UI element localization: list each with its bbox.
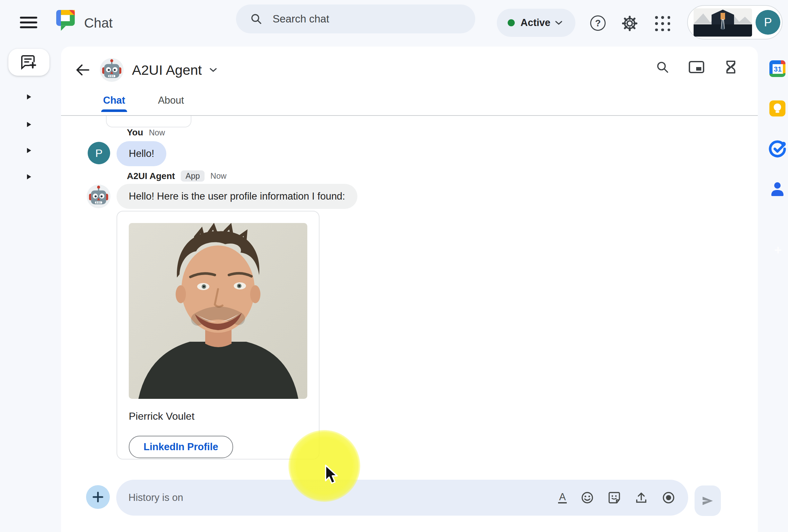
calendar-icon[interactable]: 31 xyxy=(769,60,786,77)
account-switcher[interactable]: P xyxy=(687,5,783,39)
message-bubble-user: Hello! xyxy=(117,141,166,166)
help-icon[interactable]: ? xyxy=(590,15,606,31)
svg-text:31: 31 xyxy=(774,65,782,73)
conversation-title: A2UI Agent xyxy=(132,62,202,78)
search-icon xyxy=(250,13,262,25)
integration-plus-button[interactable] xyxy=(86,485,110,509)
get-addons-plus-icon[interactable]: + xyxy=(773,245,784,255)
robot-avatar xyxy=(100,58,124,82)
conversation-header: A2UI Agent xyxy=(76,58,217,82)
google-chat-app: Chat Active ? xyxy=(0,0,788,532)
scrolled-previous-message xyxy=(106,116,191,127)
history-hourglass-icon[interactable] xyxy=(724,60,738,74)
conversation-panel: A2UI Agent Chat About xyxy=(61,46,758,532)
message-composer[interactable]: A xyxy=(116,480,688,516)
back-arrow-icon[interactable] xyxy=(76,64,90,76)
sticker-icon[interactable] xyxy=(608,491,621,504)
sender-name: A2UI Agent xyxy=(127,171,175,181)
composer-actions: A xyxy=(558,491,675,505)
profile-card: Pierrick Voulet LinkedIn Profile xyxy=(117,211,319,459)
status-label: Active xyxy=(520,17,550,28)
sender-name: You xyxy=(127,127,143,138)
search-input[interactable] xyxy=(272,13,453,25)
shortcut-expander-icon[interactable] xyxy=(27,94,31,100)
search-bar[interactable] xyxy=(236,4,475,33)
upload-icon[interactable] xyxy=(635,491,648,504)
profile-name: Pierrick Voulet xyxy=(129,410,307,422)
message-time: Now xyxy=(149,128,165,137)
message-bubble-agent: Hello! Here is the user profile informat… xyxy=(117,184,357,209)
app-badge: App xyxy=(181,170,204,182)
keep-icon[interactable] xyxy=(769,100,786,117)
contacts-icon[interactable] xyxy=(769,180,786,198)
emoji-icon[interactable] xyxy=(581,491,594,504)
tab-chat[interactable]: Chat xyxy=(101,95,127,112)
agent-avatar-robot xyxy=(87,184,111,208)
message-header: A2UI Agent App Now xyxy=(127,170,226,182)
google-chat-logo xyxy=(53,8,77,32)
conversation-tabs: Chat About xyxy=(101,95,186,112)
format-icon[interactable]: A xyxy=(558,492,567,504)
conversation-menu-chevron-icon[interactable] xyxy=(209,67,217,73)
user-avatar: P xyxy=(88,142,110,164)
spaces-expander-icon[interactable] xyxy=(27,148,31,153)
record-icon[interactable] xyxy=(662,491,675,505)
status-dot xyxy=(508,19,515,26)
apps-grid-icon[interactable] xyxy=(655,16,670,32)
profile-photo xyxy=(129,223,307,399)
open-in-window-icon[interactable] xyxy=(688,61,705,74)
profile-avatar[interactable]: P xyxy=(755,10,780,35)
menu-icon[interactable] xyxy=(20,17,37,28)
new-chat-icon xyxy=(20,53,38,71)
apps-expander-icon[interactable] xyxy=(27,174,31,179)
chevron-down-icon xyxy=(555,20,563,25)
message-time: Now xyxy=(210,171,226,181)
app-title: Chat xyxy=(84,15,113,31)
workspace-artwork xyxy=(694,8,752,37)
send-button[interactable] xyxy=(694,486,721,516)
new-chat-button[interactable] xyxy=(8,49,50,76)
tasks-icon[interactable] xyxy=(769,140,786,158)
message-header: You Now xyxy=(127,127,165,138)
tab-about[interactable]: About xyxy=(156,95,186,112)
message-input[interactable] xyxy=(128,492,558,504)
linkedin-profile-button[interactable]: LinkedIn Profile xyxy=(129,436,233,458)
status-selector[interactable]: Active xyxy=(497,9,575,37)
direct-messages-expander-icon[interactable] xyxy=(27,122,31,127)
settings-gear-icon[interactable] xyxy=(621,15,638,32)
conversation-header-actions xyxy=(656,60,738,74)
search-in-conversation-icon[interactable] xyxy=(656,60,669,74)
